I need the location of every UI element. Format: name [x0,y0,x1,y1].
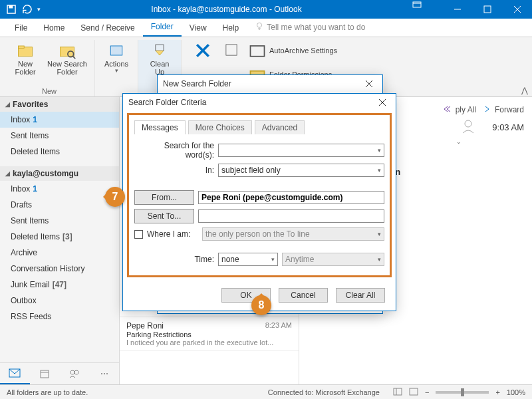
sidebar-item-outbox[interactable]: Outbox [0,293,119,309]
menutab-help[interactable]: Help [215,19,247,37]
zoom-label: 100% [507,388,525,396]
svg-rect-22 [41,370,49,378]
sidebar-item-archive[interactable]: Archive [0,245,119,261]
close-button[interactable] [502,0,532,19]
search-words-input[interactable]: ▾ [218,144,384,157]
svg-point-24 [70,370,74,374]
nav-more-icon[interactable]: ⋯ [89,363,119,384]
status-left: All folders are up to date. [7,388,88,396]
where-i-am-checkbox[interactable] [134,230,143,239]
anytime-select: Anytime▾ [282,253,384,266]
favorites-header[interactable]: ◢Favorites [0,97,119,112]
zoom-in-button[interactable]: + [495,388,499,396]
svg-rect-2 [413,2,421,7]
close-icon[interactable] [374,94,390,110]
nav-people-icon[interactable] [60,363,90,384]
svg-rect-16 [110,46,122,55]
svg-line-15 [73,57,76,59]
svg-rect-17 [156,45,164,51]
tellme-label: Tell me what you want to do [267,23,365,32]
svg-rect-29 [410,388,418,395]
view-reading-icon[interactable] [409,388,418,397]
new-search-folder-button[interactable]: New Search Folder [44,40,90,77]
message-item[interactable]: 8:23 AM Pepe Roni Parking Restrictions I… [120,317,299,351]
ribbon-unknown-2[interactable] [221,40,241,60]
where-i-am-select: the only person on the To line▾ [202,227,384,241]
chevron-down-icon: ▾ [115,68,118,74]
in-select[interactable]: subject field only▾ [218,164,384,177]
ribbon-group-actions: Actions ▾ [95,40,138,96]
chevron-down-icon: ▾ [271,256,275,263]
zoom-slider[interactable] [436,391,489,394]
tellme-box[interactable]: Tell me what you want to do [247,17,373,37]
sent-to-input[interactable] [198,209,384,223]
refresh-icon[interactable] [21,3,33,15]
reply-all-button[interactable]: ply All [444,105,476,114]
chevron-down-icon: ◢ [5,170,10,177]
save-icon[interactable] [5,3,17,15]
minimize-button[interactable] [442,0,472,19]
forward-button[interactable]: Forward [483,105,524,114]
window-title: Inbox - kayla@customguide.com - Outlook [41,5,412,14]
chevron-down-icon[interactable]: ⌄ [456,138,462,145]
sidebar-item-sent[interactable]: Sent Items [0,213,119,229]
menutab-file[interactable]: File [7,19,35,37]
cleanup-label: Clean Up [150,60,170,76]
from-button[interactable]: From... [134,190,194,205]
tab-advanced[interactable]: Advanced [255,120,305,134]
account-header[interactable]: ◢kayla@customgu [0,166,119,181]
svg-rect-19 [251,46,265,57]
actions-button[interactable]: Actions ▾ [99,40,134,76]
maximize-button[interactable] [472,0,502,19]
collapse-ribbon-icon[interactable]: ⋀ [521,86,528,95]
svg-rect-12 [19,46,25,49]
chevron-down-icon: ▾ [378,147,381,154]
statusbar: All folders are up to date. Connected to… [0,384,532,399]
sidebar-item-deleted[interactable]: Deleted Items[3] [0,229,119,245]
new-folder-button[interactable]: New Folder [8,40,43,77]
tab-more-choices[interactable]: More Choices [188,120,252,134]
nav-mail-icon[interactable] [0,363,30,384]
menutab-sendreceive[interactable]: Send / Receive [72,19,142,37]
nsf-title: New Search Folder [163,79,231,88]
svg-point-25 [74,370,78,374]
status-center: Connected to: Microsoft Exchange [268,388,380,396]
sidebar-fav-deleted[interactable]: Deleted Items [0,144,119,160]
chevron-down-icon: ▾ [378,231,381,237]
close-icon[interactable] [361,76,377,92]
chevron-down-icon: ▾ [378,167,381,174]
tab-messages[interactable]: Messages [134,120,186,134]
svg-point-8 [257,23,262,27]
svg-rect-5 [484,6,491,13]
autoarchive-button[interactable]: AutoArchive Settings [245,40,340,61]
sidebar-fav-sent[interactable]: Sent Items [0,128,119,144]
sidebar-item-rss[interactable]: RSS Feeds [0,309,119,325]
sidebar-fav-inbox[interactable]: Inbox1 [0,112,119,128]
menutab-view[interactable]: View [182,19,215,37]
svg-rect-18 [226,45,237,55]
sidebar-item-convhist[interactable]: Conversation History [0,261,119,277]
sfc-clear-all-button[interactable]: Clear All [336,288,385,303]
sent-to-button[interactable]: Sent To... [134,209,194,223]
zoom-out-button[interactable]: − [425,388,429,396]
nsf-titlebar: New Search Folder [158,75,382,92]
menutab-home[interactable]: Home [35,19,72,37]
new-folder-label: New Folder [15,60,35,76]
svg-rect-1 [9,5,13,9]
time-select[interactable]: none▾ [218,253,278,266]
sfc-cancel-button[interactable]: Cancel [279,288,328,303]
svg-rect-27 [394,388,402,395]
nav-calendar-icon[interactable] [30,363,60,384]
folder-sidebar: ◢Favorites Inbox1 Sent Items Deleted Ite… [0,97,120,384]
time-label: Time: [134,255,214,264]
sfc-title: Search Folder Criteria [128,98,206,107]
titlebar: ▾ Inbox - kayla@customguide.com - Outloo… [0,0,532,19]
menutab-folder[interactable]: Folder [143,18,182,37]
view-normal-icon[interactable] [393,388,402,397]
window-docview-icon[interactable] [412,0,442,19]
chevron-down-icon: ◢ [5,101,10,108]
svg-point-26 [465,120,471,127]
avatar-icon [462,118,480,136]
from-input[interactable] [198,191,384,204]
sidebar-item-junk[interactable]: Junk Email[47] [0,277,119,293]
